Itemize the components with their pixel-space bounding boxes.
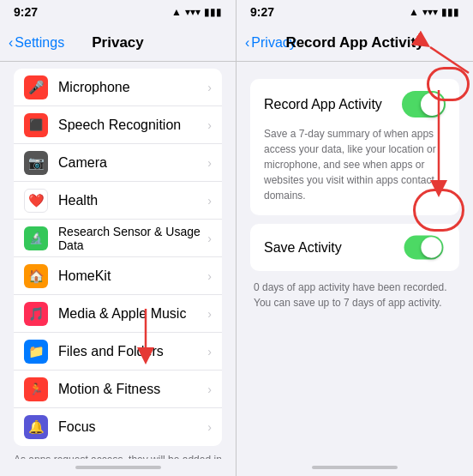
save-activity-section: Save Activity [250,224,459,271]
wifi-icon: ▾▾▾ [185,6,201,18]
speech-icon: ⬛ [24,113,48,137]
camera-row[interactable]: 📷 Camera › [14,144,222,182]
homekit-icon: 🏠 [24,264,48,288]
files-icon: 📁 [24,340,48,364]
motion-label: Motion & Fitness [58,382,207,397]
files-label: Files and Folders [58,344,207,359]
motion-icon: 🏃 [24,377,48,401]
media-chevron: › [207,307,212,321]
toggle-row: Record App Activity [264,91,446,117]
camera-icon: 📷 [24,151,48,175]
save-activity-toggle[interactable] [404,236,444,260]
camera-label: Camera [58,155,207,171]
homekit-label: HomeKit [58,268,207,284]
right-status-bar: 9:27 ▲ ▾▾▾ ▮▮▮ [236,0,473,24]
health-label: Health [58,193,207,208]
right-battery-icon: ▮▮▮ [441,6,459,18]
toggle-label: Record App Activity [264,97,382,112]
research-icon: 🔬 [24,226,48,250]
section-footer: As apps request access, they will be add… [0,446,236,459]
right-home-bar [312,466,398,469]
settings-list: 🎤 Microphone › ⬛ Speech Recognition › 📷 … [0,62,236,459]
speech-recognition-row[interactable]: ⬛ Speech Recognition › [14,106,222,144]
signal-icon: ▲ [171,6,182,18]
speech-chevron: › [207,118,212,132]
homekit-chevron: › [207,269,212,283]
bottom-description: 0 days of app activity have been recorde… [250,280,459,310]
media-icon: 🎵 [24,302,48,326]
left-nav-title: Privacy [92,34,144,51]
left-status-icons: ▲ ▾▾▾ ▮▮▮ [171,6,222,18]
motion-chevron: › [207,383,212,396]
motion-row[interactable]: 🏃 Motion & Fitness › [14,371,222,408]
save-toggle-knob [421,237,441,257]
toggle-knob [421,93,444,116]
right-chevron-icon: ‹ [245,35,249,51]
focus-label: Focus [58,419,207,435]
microphone-label: Microphone [58,80,207,95]
right-home-indicator [236,459,473,476]
media-label: Media & Apple Music [58,306,207,322]
left-status-bar: 9:27 ▲ ▾▾▾ ▮▮▮ [0,0,236,24]
toggle-section: Record App Activity Save a 7-day summary… [250,79,459,215]
files-chevron: › [207,345,212,359]
media-row[interactable]: 🎵 Media & Apple Music › [14,295,222,333]
right-signal-icon: ▲ [409,6,419,18]
left-home-bar [75,466,161,469]
research-chevron: › [207,232,212,245]
right-time: 9:27 [250,5,274,19]
focus-icon: 🔔 [24,415,48,439]
homekit-row[interactable]: 🏠 HomeKit › [14,257,222,295]
left-back-label: Settings [15,35,64,51]
files-row[interactable]: 📁 Files and Folders › [14,333,222,371]
right-content: Record App Activity Save a 7-day summary… [236,62,473,459]
camera-chevron: › [207,156,212,170]
microphone-row[interactable]: 🎤 Microphone › [14,69,222,106]
health-chevron: › [207,194,212,208]
right-status-icons: ▲ ▾▾▾ ▮▮▮ [409,6,459,18]
left-nav-bar: ‹ Settings Privacy [0,24,236,62]
focus-chevron: › [207,420,212,434]
health-icon: ❤️ [24,189,48,213]
speech-label: Speech Recognition [58,117,207,133]
right-nav-title: Record App Activity [285,34,423,51]
microphone-chevron: › [207,81,212,94]
left-back-button[interactable]: ‹ Settings [9,35,64,51]
toggle-description: Save a 7-day summary of when apps access… [264,126,446,203]
left-home-indicator [0,459,236,476]
right-nav-bar: ‹ Privacy Record App Activity [236,24,473,62]
microphone-icon: 🎤 [24,75,48,99]
battery-icon: ▮▮▮ [204,6,222,18]
right-wifi-icon: ▾▾▾ [422,6,438,18]
research-row[interactable]: 🔬 Research Sensor & Usage Data › [14,220,222,257]
chevron-left-icon: ‹ [9,35,13,51]
save-activity-label: Save Activity [264,240,342,256]
research-label: Research Sensor & Usage Data [58,225,207,252]
main-settings-group: 🎤 Microphone › ⬛ Speech Recognition › 📷 … [14,69,222,446]
left-time: 9:27 [14,5,38,19]
focus-row[interactable]: 🔔 Focus › [14,408,222,446]
record-toggle[interactable] [402,91,446,117]
health-row[interactable]: ❤️ Health › [14,182,222,220]
